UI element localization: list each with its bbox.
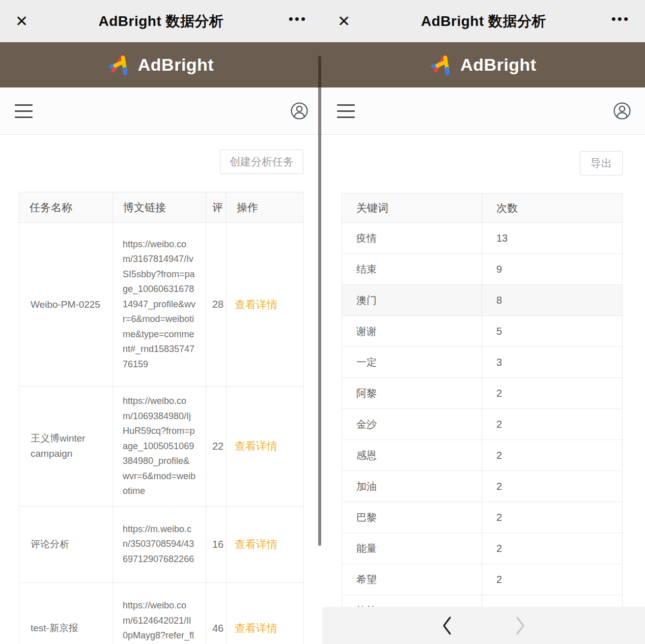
post-url: https://weibo.com/1069384980/IjHuR59cq?f… xyxy=(113,387,206,507)
more-menu-icon[interactable]: ••• xyxy=(611,16,630,22)
brand-banner: AdBright xyxy=(0,42,322,87)
keyword: 一定 xyxy=(342,347,482,378)
prev-page-button[interactable] xyxy=(440,616,454,636)
table-row: 能量 2 xyxy=(342,533,623,564)
keyword: 金沙 xyxy=(342,409,482,440)
chevron-left-icon xyxy=(440,616,454,636)
task-name: 王义博winter campaign xyxy=(19,387,113,507)
keyword-count: 13 xyxy=(482,223,623,254)
table-row: Weibo-PM-0225 https://weibo.com/31678149… xyxy=(19,223,304,387)
keyword-count: 2 xyxy=(482,409,623,440)
table-row: 澳门 8 xyxy=(342,285,623,316)
col-task-name: 任务名称 xyxy=(19,192,113,223)
adbright-logo-icon xyxy=(431,53,454,77)
table-row: 金沙 2 xyxy=(342,409,623,440)
col-comments: 评 xyxy=(206,192,227,223)
keyword-count: 2 xyxy=(482,378,623,409)
table-row: 疫情 13 xyxy=(342,223,623,254)
comment-count: 28 xyxy=(206,223,227,387)
task-name: Weibo-PM-0225 xyxy=(19,223,113,387)
task-table-header: 任务名称 博文链接 评 操作 xyxy=(19,192,304,223)
app-toolbar xyxy=(322,87,645,135)
chevron-right-icon xyxy=(514,616,527,636)
page-title: AdBright 数据分析 xyxy=(0,12,322,31)
table-row: 评论分析 https://m.weibo.cn/3503708594/43697… xyxy=(19,506,304,582)
keyword: 巴黎 xyxy=(342,502,482,533)
task-name: 评论分析 xyxy=(19,506,113,582)
col-actions: 操作 xyxy=(227,192,304,223)
keyword-count: 2 xyxy=(482,533,623,564)
table-row: 感恩 2 xyxy=(342,440,623,471)
keyword: 谢谢 xyxy=(342,316,482,347)
export-button[interactable]: 导出 xyxy=(580,151,623,175)
table-row: 谢谢 5 xyxy=(342,316,623,347)
statusbar: ✕ AdBright 数据分析 ••• xyxy=(322,0,645,42)
col-post-link: 博文链接 xyxy=(113,192,206,223)
table-row: 阿黎 2 xyxy=(342,378,623,409)
user-avatar-icon[interactable] xyxy=(290,102,309,120)
keyword: 感恩 xyxy=(342,440,482,471)
screen-task-list: ✕ AdBright 数据分析 ••• AdBright xyxy=(0,0,322,644)
keyword: 希望 xyxy=(342,564,482,595)
comment-count: 22 xyxy=(206,387,227,507)
keyword: 澳门 xyxy=(342,285,482,316)
table-row: 加油 2 xyxy=(342,471,623,502)
table-row: 希望 2 xyxy=(342,564,623,595)
screen-keyword-stats: ✕ AdBright 数据分析 ••• AdBright xyxy=(322,0,645,644)
comment-count: 46 xyxy=(206,582,227,644)
keyword-stats-content: 导出 关键词 次数 疫情 13 结束 9 xyxy=(322,151,645,626)
panel-divider xyxy=(318,56,321,546)
adbright-logo-icon xyxy=(108,53,132,77)
post-url: https://weibo.com/3167814947/IvSI5sbby?f… xyxy=(113,223,206,387)
menu-icon[interactable] xyxy=(336,102,356,120)
statusbar: ✕ AdBright 数据分析 ••• xyxy=(0,0,322,42)
task-list-content: 创建分析任务 任务名称 博文链接 评 操作 Weibo-PM-0225 http… xyxy=(0,150,322,644)
keyword: 疫情 xyxy=(342,223,482,254)
view-detail-link[interactable]: 查看详情 xyxy=(235,440,277,452)
page-title: AdBright 数据分析 xyxy=(322,12,645,31)
post-url: https://weibo.com/6124642021/Il0pMayg8?r… xyxy=(113,582,206,644)
more-menu-icon[interactable]: ••• xyxy=(289,16,307,22)
keyword-count: 2 xyxy=(482,564,623,595)
col-count: 次数 xyxy=(482,194,623,223)
keyword: 结束 xyxy=(342,254,482,285)
keyword-count: 2 xyxy=(482,471,623,502)
col-keyword: 关键词 xyxy=(342,194,482,223)
keyword: 加油 xyxy=(342,471,482,502)
view-detail-link[interactable]: 查看详情 xyxy=(235,299,277,310)
table-row: 王义博winter campaign https://weibo.com/106… xyxy=(19,387,304,507)
brand-banner: AdBright xyxy=(322,42,645,87)
brand-name: AdBright xyxy=(460,55,536,75)
post-url: https://m.weibo.cn/3503708594/4369712907… xyxy=(113,506,206,582)
next-page-button[interactable] xyxy=(514,616,527,636)
table-row: 结束 9 xyxy=(342,254,623,285)
app-toolbar xyxy=(0,87,322,135)
table-row: test-新京报 https://weibo.com/6124642021/Il… xyxy=(19,582,304,644)
keyword-count: 5 xyxy=(482,316,623,347)
pagination-bar xyxy=(322,607,645,644)
menu-icon[interactable] xyxy=(14,102,34,120)
keyword-table: 关键词 次数 疫情 13 结束 9 澳门 8 xyxy=(342,193,623,626)
two-screenshot-composite: ✕ AdBright 数据分析 ••• AdBright xyxy=(0,0,645,644)
task-table: 任务名称 博文链接 评 操作 Weibo-PM-0225 https://wei… xyxy=(19,192,304,644)
user-avatar-icon[interactable] xyxy=(613,102,631,120)
keyword-count: 3 xyxy=(482,347,623,378)
table-row: 巴黎 2 xyxy=(342,502,623,533)
keyword-count: 8 xyxy=(482,285,623,316)
keyword-count: 2 xyxy=(482,440,623,471)
keyword-table-header: 关键词 次数 xyxy=(342,194,623,223)
table-row: 一定 3 xyxy=(342,347,623,378)
keyword-count: 2 xyxy=(482,502,623,533)
brand-name: AdBright xyxy=(138,55,214,75)
keyword-count: 9 xyxy=(482,254,623,285)
task-name: test-新京报 xyxy=(19,582,113,644)
keyword: 能量 xyxy=(342,533,482,564)
view-detail-link[interactable]: 查看详情 xyxy=(235,538,277,550)
comment-count: 16 xyxy=(206,506,227,582)
view-detail-link[interactable]: 查看详情 xyxy=(235,622,277,634)
keyword: 阿黎 xyxy=(342,378,482,409)
create-task-button[interactable]: 创建分析任务 xyxy=(220,150,303,174)
